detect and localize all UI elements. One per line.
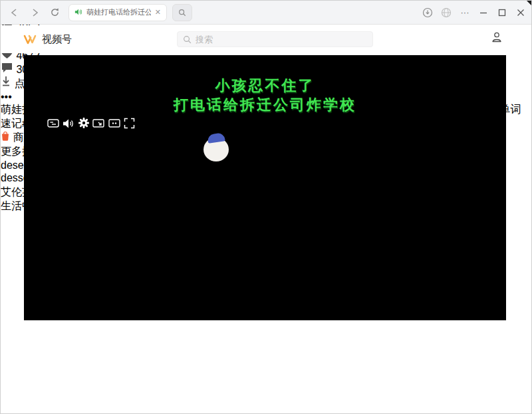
channels-logo-icon xyxy=(23,32,37,47)
back-icon[interactable] xyxy=(6,4,23,21)
search-icon xyxy=(183,35,192,44)
search-input[interactable] xyxy=(196,35,355,45)
tab-title: 萌娃打电话给拆迁公司要炸学 xyxy=(86,7,151,17)
reload-icon[interactable] xyxy=(46,4,63,21)
close-window-icon[interactable] xyxy=(513,5,529,21)
comment-bubble-icon xyxy=(1,62,13,73)
browser-chrome: 萌娃打电话给拆迁公司要炸学 ✕ ··· xyxy=(1,1,532,25)
shopping-bag-icon xyxy=(1,131,10,141)
download-highlight-box xyxy=(1,78,14,89)
download-icon[interactable] xyxy=(1,76,11,87)
subtitle-english-line1: they give me extra homework on a Friday xyxy=(24,55,506,67)
subtitle-box-icon[interactable] xyxy=(108,120,124,131)
browser-tab[interactable]: 萌娃打电话给拆迁公司要炸学 ✕ xyxy=(68,4,167,21)
brand-name: 视频号 xyxy=(42,33,72,46)
corner-fold xyxy=(527,1,532,7)
header-search-box[interactable] xyxy=(177,31,373,47)
video-overlay-title-line2: 打电话给拆迁公司炸学校 xyxy=(24,95,506,115)
video-overlay-title-line1: 小孩忍不住了 xyxy=(24,76,506,96)
picture-in-picture-icon[interactable] xyxy=(92,120,108,131)
profile-icon[interactable] xyxy=(490,31,503,47)
tab-audio-icon xyxy=(74,7,82,19)
video-avatar-character xyxy=(198,132,233,167)
new-tab-search-button[interactable] xyxy=(172,4,192,21)
playback-speed-button[interactable]: 1.0x xyxy=(24,120,47,131)
video-player[interactable]: 小孩忍不住了 打电话给拆迁公司炸学校 they give me extra ho… xyxy=(24,55,506,320)
channels-logo[interactable]: 视频号 xyxy=(23,32,72,47)
maximize-icon[interactable] xyxy=(494,5,510,21)
volume-icon[interactable] xyxy=(63,120,77,131)
forward-icon[interactable] xyxy=(26,4,43,21)
network-globe-icon[interactable] xyxy=(438,5,454,21)
site-header: 视频号 xyxy=(1,25,532,53)
more-dots-icon: ••• xyxy=(1,91,12,102)
danmaku-toggle-icon[interactable] xyxy=(47,120,63,131)
settings-gear-icon[interactable] xyxy=(78,120,92,131)
download-manager-icon[interactable] xyxy=(420,5,436,21)
fullscreen-icon[interactable] xyxy=(124,120,135,131)
minimize-icon[interactable] xyxy=(475,5,491,21)
browser-menu-icon[interactable]: ··· xyxy=(457,5,473,21)
tab-close-icon[interactable]: ✕ xyxy=(155,9,161,16)
